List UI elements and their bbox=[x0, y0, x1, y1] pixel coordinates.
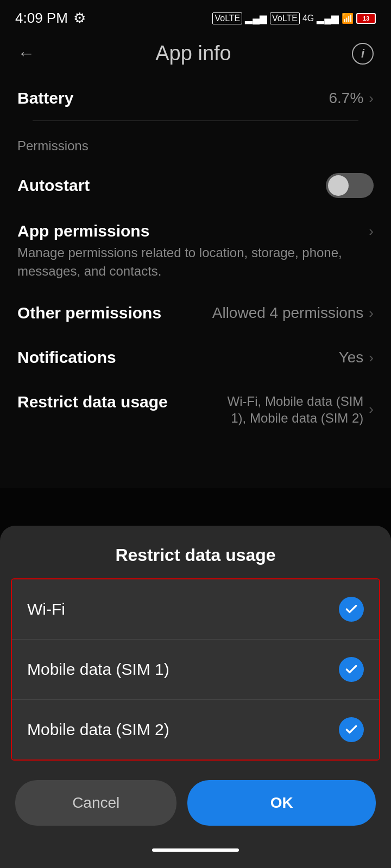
mobile-data-sim1-option[interactable]: Mobile data (SIM 1) bbox=[12, 639, 379, 699]
notifications-row[interactable]: Notifications Yes › bbox=[17, 335, 374, 380]
app-permissions-chevron-icon: › bbox=[369, 223, 374, 240]
battery-row[interactable]: Battery 6.7% › bbox=[17, 76, 374, 120]
ok-button[interactable]: OK bbox=[187, 780, 376, 826]
other-permissions-value: Allowed 4 permissions › bbox=[212, 304, 374, 322]
battery-chevron-icon: › bbox=[369, 90, 374, 107]
data-usage-options-list: Wi-Fi Mobile data (SIM 1) Mobile data (S… bbox=[11, 578, 380, 761]
volte-icon: VoLTE bbox=[212, 12, 242, 24]
settings-gear-icon: ⚙ bbox=[73, 10, 86, 27]
notifications-label: Notifications bbox=[17, 348, 116, 367]
signal-bar-1: ▂▄▆ bbox=[245, 12, 267, 24]
other-permissions-label: Other permissions bbox=[17, 304, 161, 322]
notifications-value: Yes › bbox=[339, 349, 374, 366]
wifi-check-icon bbox=[339, 597, 364, 622]
restrict-data-value: Wi-Fi, Mobile data (SIM 1), Mobile data … bbox=[222, 393, 374, 426]
autostart-row[interactable]: Autostart bbox=[17, 160, 374, 211]
back-button[interactable]: ← bbox=[17, 43, 35, 63]
autostart-label: Autostart bbox=[17, 176, 90, 195]
app-permissions-label: App permissions bbox=[17, 222, 149, 240]
sim2-check-icon bbox=[339, 717, 364, 742]
signal-bar-2: ▂▄▆ bbox=[317, 12, 339, 24]
app-permissions-row[interactable]: App permissions › Manage permissions rel… bbox=[17, 211, 374, 291]
bottom-sheet: Restrict data usage Wi-Fi Mobile data (S… bbox=[0, 526, 391, 868]
app-permissions-row-top: App permissions › bbox=[17, 222, 374, 240]
restrict-data-label: Restrict data usage bbox=[17, 393, 168, 411]
info-button[interactable]: i bbox=[352, 43, 374, 65]
sim1-check-icon bbox=[339, 657, 364, 682]
notifications-chevron-icon: › bbox=[369, 349, 374, 366]
cancel-button[interactable]: Cancel bbox=[15, 780, 176, 826]
status-bar: 4:09 PM ⚙ VoLTE ▂▄▆ VoLTE 4G ▂▄▆ 📶 13 bbox=[0, 0, 391, 32]
wifi-icon: 📶 bbox=[342, 12, 354, 24]
battery-container: 13 bbox=[356, 13, 376, 24]
bottom-buttons: Cancel OK bbox=[0, 771, 391, 841]
lte-label: 4G bbox=[302, 14, 314, 23]
volte-icon-2: VoLTE bbox=[270, 12, 300, 24]
wifi-option-label: Wi-Fi bbox=[27, 600, 65, 618]
bottom-sheet-title: Restrict data usage bbox=[0, 526, 391, 578]
battery-value: 6.7% › bbox=[329, 90, 374, 107]
mobile-data-sim2-option[interactable]: Mobile data (SIM 2) bbox=[12, 699, 379, 760]
mobile-data-sim2-label: Mobile data (SIM 2) bbox=[27, 720, 169, 739]
battery-icon: 13 bbox=[356, 13, 376, 24]
wifi-option[interactable]: Wi-Fi bbox=[12, 579, 379, 639]
settings-content: Battery 6.7% › Permissions Autostart App… bbox=[0, 76, 391, 440]
other-permissions-chevron-icon: › bbox=[369, 305, 374, 322]
home-bar bbox=[152, 848, 239, 852]
home-indicator bbox=[0, 841, 391, 857]
app-permissions-desc: Manage permissions related to location, … bbox=[17, 244, 374, 280]
time-label: 4:09 PM bbox=[15, 10, 68, 27]
page-title: App info bbox=[155, 42, 231, 65]
mobile-data-sim1-label: Mobile data (SIM 1) bbox=[27, 660, 169, 679]
toggle-knob bbox=[328, 175, 349, 196]
status-right: VoLTE ▂▄▆ VoLTE 4G ▂▄▆ 📶 13 bbox=[212, 12, 376, 24]
status-left: 4:09 PM ⚙ bbox=[15, 10, 86, 27]
top-nav: ← App info i bbox=[0, 32, 391, 76]
permissions-section-label: Permissions bbox=[17, 121, 374, 160]
restrict-data-chevron-icon: › bbox=[369, 400, 374, 419]
restrict-data-row[interactable]: Restrict data usage Wi-Fi, Mobile data (… bbox=[17, 380, 374, 439]
battery-label: Battery bbox=[17, 89, 73, 107]
other-permissions-row[interactable]: Other permissions Allowed 4 permissions … bbox=[17, 291, 374, 335]
autostart-toggle[interactable] bbox=[326, 173, 374, 198]
